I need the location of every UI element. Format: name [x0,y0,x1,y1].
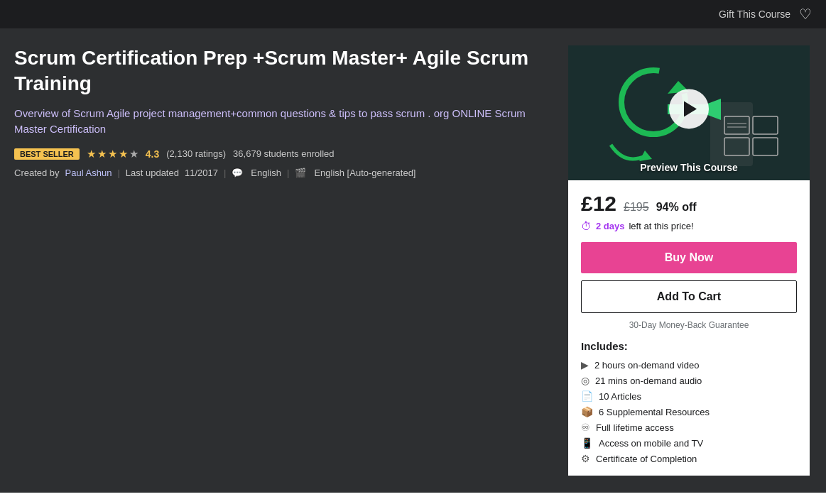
top-bar: Gift This Course ♡ [0,0,826,28]
include-item-articles: 📄 10 Articles [581,390,797,402]
clock-icon: ⏱ [581,220,592,232]
updated-value: 11/2017 [185,168,218,178]
speech-bubble-icon: 💬 [232,168,243,178]
play-button[interactable] [669,89,709,128]
includes-title: Includes: [581,340,797,352]
author-link[interactable]: Paul Ashun [65,168,112,178]
buy-now-button[interactable]: Buy Now [581,242,797,273]
guarantee-text: 30-Day Money-Back Guarantee [581,320,797,330]
meta-divider-1: | [117,168,119,178]
include-video-text: 2 hours on-demand video [594,360,699,371]
hero-left: Scrum Certification Prep +Scrum Master+ … [14,45,554,178]
lifetime-icon: ♾ [581,422,590,433]
includes-list: ▶ 2 hours on-demand video ◎ 21 mins on-d… [581,359,797,464]
star-2: ★ [97,148,107,160]
include-item-lifetime: ♾ Full lifetime access [581,422,797,433]
include-item-audio: ◎ 21 mins on-demand audio [581,375,797,386]
left-col: What Will I Learn? ✓ Learn what scrum is… [0,493,826,504]
gift-course-link[interactable]: Gift This Course [719,9,790,20]
hero-section: Scrum Certification Prep +Scrum Master+ … [0,28,826,493]
mobile-icon: 📱 [581,437,593,449]
certificate-icon: ⚙ [581,453,590,464]
rating-row: BEST SELLER ★ ★ ★ ★ ★ 4.3 (2,130 ratings… [14,148,554,160]
main-content: What Will I Learn? ✓ Learn what scrum is… [0,493,826,504]
meta-divider-3: | [287,168,289,178]
include-certificate-text: Certificate of Completion [596,454,697,464]
video-card: Preview This Course £12 £195 94% off ⏱ 2… [568,45,810,476]
meta-row: Created by Paul Ashun | Last updated 11/… [14,168,554,178]
resources-icon: 📦 [581,406,593,417]
star-1: ★ [87,148,96,160]
article-icon: 📄 [581,390,593,402]
include-audio-text: 21 mins on-demand audio [595,376,702,386]
include-item-video: ▶ 2 hours on-demand video [581,359,797,371]
star-4: ★ [119,148,128,160]
add-to-cart-button[interactable]: Add To Cart [581,280,797,313]
timer-row: ⏱ 2 days left at this price! [581,220,797,232]
preview-label: Preview This Course [568,162,810,173]
include-lifetime-text: Full lifetime access [596,422,674,433]
author-label: Created by [14,168,60,178]
include-item-certificate: ⚙ Certificate of Completion [581,453,797,464]
timer-days: 2 days [596,221,624,231]
star-5: ★ [129,148,138,160]
timer-text: left at this price! [629,221,693,231]
rating-count: (2,130 ratings) [166,148,226,159]
include-resources-text: 6 Supplemental Resources [599,407,710,417]
star-3: ★ [108,148,117,160]
video-icon: ▶ [581,359,589,371]
video-thumbnail: Preview This Course [568,45,810,180]
student-count: 36,679 students enrolled [233,148,334,159]
include-item-resources: 📦 6 Supplemental Resources [581,406,797,417]
original-price: £195 [624,201,649,214]
rating-score: 4.3 [146,148,159,160]
course-title: Scrum Certification Prep +Scrum Master+ … [14,45,554,97]
caption-icon: 🎬 [295,168,306,178]
language: English [251,168,281,178]
discount-label: 94% off [656,201,697,214]
audio-icon: ◎ [581,375,589,386]
course-subtitle: Overview of Scrum Agile project manageme… [14,106,554,138]
meta-divider-2: | [224,168,226,178]
caption: English [Auto-generated] [314,168,415,178]
include-item-mobile: 📱 Access on mobile and TV [581,437,797,449]
best-seller-badge: BEST SELLER [14,148,80,160]
include-mobile-text: Access on mobile and TV [599,438,703,449]
include-articles-text: 10 Articles [599,391,641,402]
pricing-section: £12 £195 94% off ⏱ 2 days left at this p… [568,180,810,476]
wishlist-icon[interactable]: ♡ [799,6,812,23]
star-rating: ★ ★ ★ ★ ★ [87,148,138,160]
updated-label: Last updated [126,168,179,178]
current-price: £12 [581,192,616,216]
price-row: £12 £195 94% off [581,192,797,216]
